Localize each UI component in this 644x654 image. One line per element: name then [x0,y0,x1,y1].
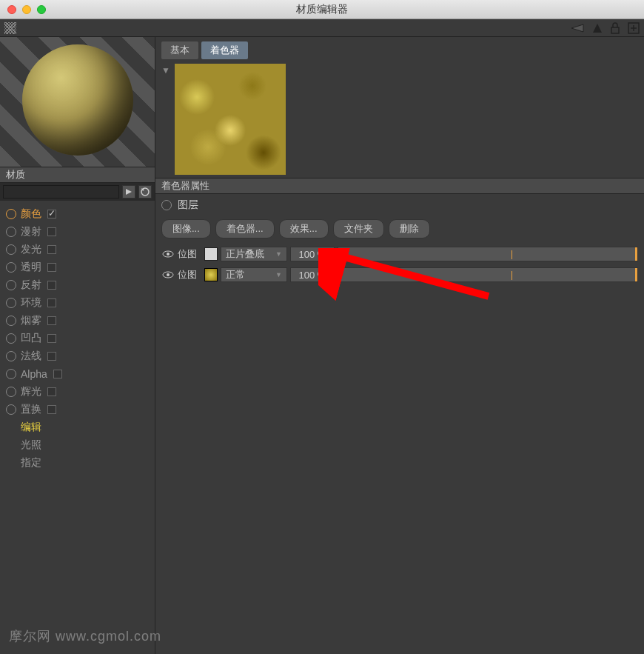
channel-辉光[interactable]: 辉光 [3,383,152,401]
texture-preview[interactable] [175,64,286,175]
channel-radio[interactable] [6,369,16,379]
channel-radio[interactable] [6,227,16,237]
shader-btn-文件夹[interactable]: 文件夹 [333,219,384,238]
channel-radio[interactable] [6,262,16,273]
channel-光照[interactable]: 光照 [3,436,152,454]
channel-发光[interactable]: 发光 [3,241,152,258]
blend-mode-select[interactable]: 正常▼ [221,267,287,282]
material-name-input[interactable] [3,185,119,198]
visibility-eye-icon[interactable] [161,249,175,259]
add-icon[interactable] [628,22,640,34]
channel-label: 环境 [21,296,41,310]
channel-颜色[interactable]: 颜色 [3,205,152,223]
maximize-window-button[interactable] [37,5,46,14]
opacity-input[interactable]: 100 %▲▼ [290,267,335,282]
opacity-input[interactable]: 100 %▲▼ [290,247,335,261]
close-window-button[interactable] [7,5,16,14]
shader-btn-图像[interactable]: 图像... [161,219,211,238]
channel-label: 发光 [21,243,41,256]
layer-item-1[interactable]: 位图正常▼100 %▲▼ [161,265,638,284]
channel-checkbox[interactable] [47,405,56,414]
channel-radio[interactable] [6,280,16,290]
dropdown-arrow-icon[interactable] [122,185,135,198]
channel-checkbox[interactable] [47,387,56,396]
visibility-eye-icon[interactable] [161,270,175,280]
window-title: 材质编辑器 [296,3,348,16]
channel-透明[interactable]: 透明 [3,258,152,276]
layer-radio[interactable] [161,200,172,210]
sidebar: 材质 颜色漫射发光透明反射环境烟雾凹凸法线Alpha辉光置换编辑光照指定 [0,37,155,654]
channel-radio[interactable] [6,244,16,255]
channel-法线[interactable]: 法线 [3,347,152,365]
grid-icon[interactable] [4,22,16,34]
channel-烟雾[interactable]: 烟雾 [3,312,152,330]
channel-checkbox[interactable] [47,245,56,254]
channel-radio[interactable] [6,351,16,361]
channel-radio[interactable] [6,316,16,326]
minimize-window-button[interactable] [22,5,31,14]
svg-point-10 [167,253,170,256]
channel-置换[interactable]: 置换 [3,401,152,418]
channel-checkbox[interactable] [47,263,56,272]
channel-环境[interactable]: 环境 [3,294,152,312]
channel-label: 光照 [21,438,41,452]
material-preview[interactable] [0,37,155,167]
channel-Alpha[interactable]: Alpha [3,365,152,383]
layer-swatch[interactable] [204,268,218,281]
collapse-arrow-icon[interactable]: ▼ [161,64,170,175]
opacity-slider[interactable] [338,247,638,261]
channel-checkbox[interactable] [47,281,56,290]
channel-checkbox[interactable] [47,298,56,307]
opacity-slider[interactable] [338,267,638,282]
shader-btn-效果[interactable]: 效果... [279,219,329,238]
channel-radio[interactable] [6,404,16,415]
blend-mode-select[interactable]: 正片叠底▼ [221,247,287,261]
channel-label: 凹凸 [21,332,41,345]
channel-list: 颜色漫射发光透明反射环境烟雾凹凸法线Alpha辉光置换编辑光照指定 [0,201,155,476]
layer-swatch[interactable] [204,247,218,261]
channel-checkbox[interactable] [47,316,56,325]
layer-item-0[interactable]: 位图正片叠底▼100 %▲▼ [161,244,638,264]
content-panel: 基本着色器 ▼ 着色器属性 图层 图像...着色器...效果...文件夹删除 位… [155,37,644,654]
main-area: 材质 颜色漫射发光透明反射环境烟雾凹凸法线Alpha辉光置换编辑光照指定 基本着… [0,37,644,654]
channel-label: 法线 [21,350,41,363]
channel-checkbox[interactable] [47,334,56,343]
channel-checkbox[interactable] [53,370,62,378]
channel-checkbox[interactable] [47,352,56,361]
svg-marker-1 [593,24,602,33]
target-picker-icon[interactable] [138,185,152,198]
channel-label: 漫射 [21,225,41,238]
svg-marker-6 [126,189,132,195]
channel-radio[interactable] [6,209,16,219]
channel-radio[interactable] [6,298,16,308]
layer-type-row: 图层 [155,194,644,216]
channel-反射[interactable]: 反射 [3,276,152,294]
channel-radio[interactable] [6,333,16,344]
channel-漫射[interactable]: 漫射 [3,223,152,241]
channel-label: 颜色 [21,207,41,221]
texture-preview-row: ▼ [155,62,644,178]
channel-label: 辉光 [21,385,41,398]
layer-list: 位图正片叠底▼100 %▲▼位图正常▼100 %▲▼ [155,244,644,286]
shader-btn-删除[interactable]: 删除 [389,219,430,238]
tab-着色器[interactable]: 着色器 [201,41,248,59]
channel-radio[interactable] [6,387,16,397]
titlebar: 材质编辑器 [0,0,644,19]
lock-icon[interactable] [610,22,620,34]
tab-基本[interactable]: 基本 [161,41,198,59]
layer-label: 图层 [178,198,198,212]
svg-marker-0 [571,24,583,32]
nav-back-icon[interactable] [570,23,585,33]
channel-checkbox[interactable] [47,227,56,236]
channel-编辑[interactable]: 编辑 [3,418,152,436]
channel-checkbox[interactable] [47,210,56,218]
channel-凹凸[interactable]: 凹凸 [3,330,152,347]
nav-up-icon[interactable] [592,23,603,33]
channel-label: Alpha [21,368,47,380]
shader-btn-着色器[interactable]: 着色器... [215,219,275,238]
channel-指定[interactable]: 指定 [3,454,152,472]
channel-label: 烟雾 [21,314,41,327]
material-header: 材质 [0,167,155,183]
channel-label: 指定 [21,456,41,470]
tabs: 基本着色器 [155,37,644,62]
